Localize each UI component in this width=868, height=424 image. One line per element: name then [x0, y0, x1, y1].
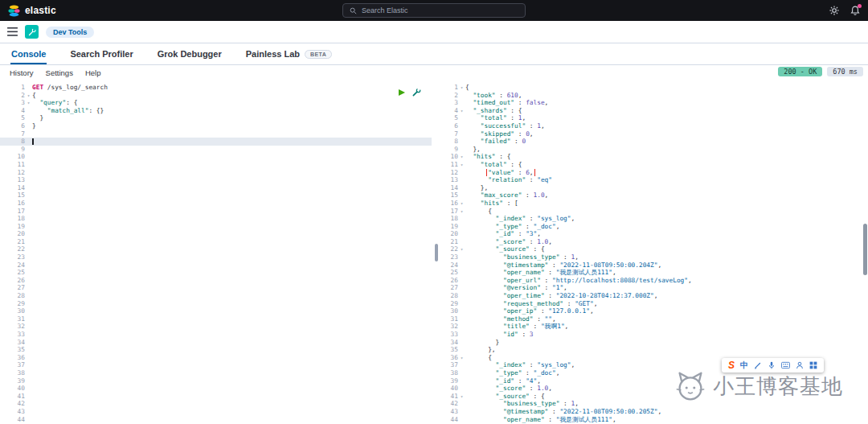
line-number: 2▾ — [0, 92, 32, 100]
global-search-input[interactable]: Search Elastic — [342, 3, 526, 18]
fold-toggle-icon[interactable]: ▾ — [458, 354, 465, 362]
person-icon[interactable] — [796, 358, 804, 373]
request-line: 36 — [0, 354, 432, 362]
line-number: 26 — [441, 277, 465, 285]
elastic-brand[interactable]: elastic — [8, 5, 56, 17]
request-line: 25 — [0, 269, 432, 277]
tab-grok-debugger-label: Grok Debugger — [158, 49, 222, 59]
fold-toggle-icon[interactable]: ▾ — [25, 92, 32, 100]
resize-handle[interactable] — [435, 244, 438, 261]
request-line: 14 — [0, 184, 432, 192]
devtools-tabs: Console Search Profiler Grok Debugger Pa… — [0, 43, 868, 65]
request-line: 39 — [0, 377, 432, 385]
line-number: 4 — [0, 107, 32, 115]
request-line: 4 "match_all": {} — [0, 107, 432, 115]
line-number: 42 — [441, 400, 465, 408]
request-editor[interactable]: 1GET /sys_log/_search2▾{3▾ "query": {4 "… — [0, 80, 432, 424]
fold-toggle-icon[interactable]: ▾ — [458, 107, 465, 115]
fold-toggle-icon[interactable]: ▾ — [458, 200, 465, 208]
tab-painless-lab[interactable]: Painless Lab BETA — [245, 49, 333, 64]
response-line: 8 "failed" : 0 — [441, 138, 868, 146]
response-line: 3 "timed_out" : false, — [441, 99, 868, 107]
response-line: 26 "oper_url" : "http://localhost:8088/t… — [441, 277, 868, 285]
settings-menu-item[interactable]: Settings — [46, 68, 73, 77]
response-scrollbar-thumb[interactable] — [863, 224, 867, 275]
sogou-logo-icon[interactable]: S — [728, 360, 735, 371]
fold-toggle-icon[interactable]: ▾ — [458, 161, 465, 169]
request-line: 6} — [0, 122, 432, 130]
history-menu-item[interactable]: History — [10, 68, 34, 77]
response-line: 31 "method" : "", — [441, 315, 868, 323]
line-number: 36▾ — [441, 354, 465, 362]
line-number: 30 — [0, 307, 32, 315]
tab-console[interactable]: Console — [10, 49, 47, 64]
keyboard-icon[interactable] — [781, 358, 790, 373]
line-number: 28 — [441, 292, 465, 300]
response-line: 35 }, — [441, 346, 868, 354]
request-line: 44 — [0, 416, 432, 424]
line-number: 24 — [441, 261, 465, 270]
devtools-app-icon[interactable] — [25, 25, 39, 39]
menu-hamburger-icon[interactable] — [7, 25, 18, 39]
response-line: 6 "successful" : 1, — [441, 122, 868, 130]
line-number: 14 — [441, 184, 465, 192]
help-menu-item[interactable]: Help — [85, 68, 101, 77]
fold-toggle-icon[interactable]: ▾ — [458, 153, 465, 161]
response-line: 9 }, — [441, 146, 868, 154]
request-line: 2▾{ — [0, 92, 432, 100]
highlight-box: "value" : 6, — [488, 169, 533, 176]
line-number: 44 — [441, 416, 465, 424]
line-number: 20 — [441, 230, 465, 238]
grid-icon[interactable] — [809, 358, 817, 373]
pen-icon[interactable] — [754, 358, 762, 373]
request-line: 33 — [0, 331, 432, 339]
tab-search-profiler[interactable]: Search Profiler — [69, 49, 133, 64]
line-number: 12 — [441, 169, 465, 177]
console-submenu: History Settings Help 200 - OK 670 ms — [0, 65, 868, 80]
response-line: 11▾ "total" : { — [441, 161, 868, 169]
request-line: 19 — [0, 223, 432, 231]
breadcrumb[interactable]: Dev Tools — [46, 27, 94, 38]
request-line: 5 } — [0, 114, 432, 122]
alerts-bell-icon[interactable] — [850, 6, 860, 15]
request-line: 1GET /sys_log/_search — [0, 84, 432, 92]
send-request-play-button[interactable] — [399, 89, 405, 96]
line-number: 9 — [441, 146, 465, 154]
line-number: 29 — [441, 300, 465, 308]
response-line: 17▾ { — [441, 208, 868, 216]
request-line: 9 — [0, 146, 432, 154]
fold-toggle-icon[interactable]: ▾ — [458, 208, 465, 216]
response-line: 44 "oper_name" : "我是测试人员111", — [441, 416, 868, 424]
response-line: 28 "oper_time" : "2022-10-28T04:12:37.00… — [441, 292, 868, 300]
response-line: 30 "oper_ip" : "127.0.0.1", — [441, 307, 868, 315]
line-number: 30 — [441, 307, 465, 315]
line-number: 34 — [0, 339, 32, 347]
chinese-mode-toggle[interactable]: 中 — [740, 360, 748, 371]
ime-toolbar[interactable]: S 中 — [722, 358, 824, 373]
fold-toggle-icon[interactable]: ▾ — [458, 245, 465, 253]
line-number: 18 — [0, 215, 32, 223]
fold-toggle-icon[interactable]: ▾ — [25, 99, 32, 107]
fold-toggle-icon[interactable]: ▾ — [458, 84, 465, 92]
request-line: 17 — [0, 208, 432, 216]
request-line: 30 — [0, 307, 432, 315]
request-options-wrench-icon[interactable] — [412, 85, 421, 100]
tab-grok-debugger[interactable]: Grok Debugger — [157, 49, 223, 64]
request-line: 16 — [0, 200, 432, 208]
global-header: elastic Search Elastic — [0, 0, 868, 21]
line-number: 39 — [0, 377, 32, 385]
line-number: 7 — [0, 130, 32, 138]
line-number: 3 — [441, 99, 465, 107]
line-number: 16▾ — [441, 200, 465, 208]
response-line: 39 "_id" : "4", — [441, 377, 868, 385]
settings-gear-icon[interactable] — [829, 6, 839, 15]
line-number: 2 — [441, 92, 465, 100]
response-line: 13 "relation" : "eq" — [441, 176, 868, 184]
fold-toggle-icon[interactable]: ▾ — [458, 393, 465, 401]
request-line: 13 — [0, 176, 432, 184]
status-badge: 200 - OK — [778, 67, 822, 76]
line-number: 38 — [441, 369, 465, 377]
line-number: 37 — [0, 361, 32, 369]
mic-icon[interactable] — [768, 358, 776, 373]
line-number: 42 — [0, 400, 32, 408]
